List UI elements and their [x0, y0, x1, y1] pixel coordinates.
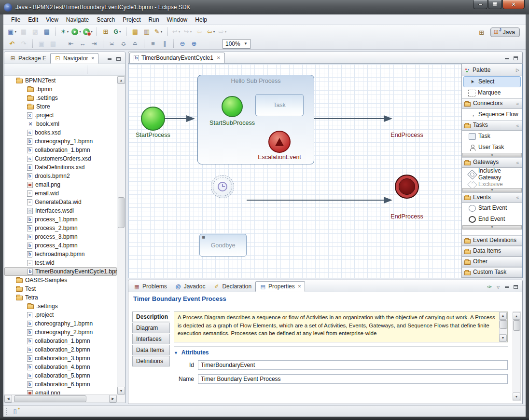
palette-entry[interactable]: Events: [462, 192, 522, 203]
toolbar-button[interactable]: [130, 39, 140, 49]
palette-entry[interactable]: Connectors: [462, 98, 522, 109]
timer-boundary-event-node[interactable]: [211, 175, 234, 198]
palette-entry[interactable]: Other: [462, 257, 522, 267]
toolbar-button[interactable]: [32, 40, 33, 48]
palette-entry[interactable]: Marquee: [463, 87, 521, 98]
toolbar-button[interactable]: [48, 39, 58, 49]
close-icon[interactable]: ✕: [91, 56, 95, 61]
view-tab[interactable]: Properties ✕: [255, 281, 305, 292]
palette-header[interactable]: Palette ▷: [462, 64, 522, 76]
toolbar-button[interactable]: [71, 27, 82, 37]
scrollbar-thumb[interactable]: [14, 395, 86, 402]
toolbar-button[interactable]: [89, 39, 99, 49]
tree-item[interactable]: GenerateData.wid: [4, 198, 117, 206]
tree-item[interactable]: CustomersOrders.xsd: [4, 154, 117, 163]
tree-item[interactable]: choreography_1.bpmn: [4, 137, 117, 146]
start-subprocess-event-node[interactable]: [222, 96, 243, 117]
editor-tab[interactable]: TimerBoundaryEventCycle1 ✕: [129, 53, 225, 63]
tree-item[interactable]: collaboration_2.bpmn: [4, 345, 117, 354]
scroll-up-icon[interactable]: ▲: [117, 76, 125, 84]
restore-view-icon[interactable]: [11, 407, 19, 415]
attribute-input[interactable]: [198, 360, 508, 370]
open-perspective-button[interactable]: [476, 27, 487, 38]
minimize-button[interactable]: [473, 0, 487, 9]
scroll-down-icon[interactable]: ▼: [117, 387, 125, 394]
toolbar-button[interactable]: [194, 27, 205, 37]
scrollbar-thumb[interactable]: [513, 320, 520, 331]
palette-entry[interactable]: End Event: [462, 214, 522, 225]
toolbar-button[interactable]: [112, 27, 123, 37]
toolbar-button[interactable]: [7, 39, 17, 49]
view-minimize-icon[interactable]: [106, 56, 113, 62]
palette-entry[interactable]: [462, 188, 522, 192]
toolbar-button[interactable]: [126, 27, 126, 36]
toolbar-button[interactable]: [159, 39, 170, 49]
end-event-node[interactable]: [395, 175, 419, 199]
tree-item[interactable]: .bpmn: [4, 85, 117, 94]
tree-item[interactable]: BPMN2Test: [4, 76, 117, 85]
menu-item[interactable]: Window: [163, 15, 192, 24]
toolbar-button[interactable]: [59, 27, 70, 37]
toolbar-button[interactable]: [177, 39, 188, 49]
tree-item[interactable]: DataDefinitions.xsd: [4, 163, 117, 172]
tree-item[interactable]: email.png: [4, 389, 117, 394]
java-perspective-button[interactable]: Java: [490, 27, 520, 37]
palette-entry[interactable]: Select: [463, 76, 521, 87]
tree-horizontal-scrollbar[interactable]: ◀ ▶: [4, 394, 125, 403]
description-scrollbar[interactable]: ▲ ▼: [499, 312, 507, 342]
tree-item[interactable]: collaboration_4.bpmn: [4, 363, 117, 371]
attributes-section-header[interactable]: ▼ Attributes: [174, 346, 508, 356]
tree-item[interactable]: choreography_1.bpmn: [4, 319, 117, 328]
toolbar-button[interactable]: [103, 40, 103, 48]
properties-side-tab[interactable]: Description: [132, 312, 170, 322]
scrollbar-thumb[interactable]: [500, 320, 507, 329]
palette-entry[interactable]: Start Event: [462, 203, 522, 214]
toolbar-button[interactable]: [130, 27, 140, 37]
toolbar-button[interactable]: [189, 39, 199, 49]
toolbar-button[interactable]: [7, 27, 17, 37]
tree-item[interactable]: process_1.bpmn: [4, 215, 117, 224]
palette-entry[interactable]: [462, 153, 522, 157]
tree-item[interactable]: .project: [4, 311, 117, 319]
toolbar-button[interactable]: [153, 27, 164, 37]
toolbar-button[interactable]: [173, 40, 174, 48]
toolbar-button[interactable]: [36, 39, 47, 49]
palette-entry[interactable]: Task: [462, 131, 522, 142]
goodbye-task-node[interactable]: ≣ Goodbye: [199, 234, 247, 257]
tree-item[interactable]: drools.bpmn2: [4, 172, 117, 180]
tree-item[interactable]: Store: [4, 102, 117, 111]
toolbar-button[interactable]: [118, 39, 129, 49]
navigator-toolbar-icon[interactable]: [87, 66, 87, 74]
view-tab[interactable]: Package E ✕: [5, 53, 50, 64]
scroll-up-icon[interactable]: ▲: [499, 312, 507, 320]
palette-entry[interactable]: Event Definitions: [462, 235, 522, 246]
toolbar-button[interactable]: [100, 27, 111, 37]
navigator-toolbar-icon[interactable]: [63, 65, 72, 75]
toolbar-button[interactable]: [148, 39, 158, 49]
palette-entry[interactable]: Custom Task: [462, 267, 522, 278]
attribute-input[interactable]: [198, 374, 508, 384]
navigator-toolbar-icon[interactable]: [102, 65, 111, 75]
maximize-button[interactable]: [488, 0, 502, 9]
palette-entry[interactable]: Sequence Flow: [462, 109, 522, 120]
menu-item[interactable]: Run: [145, 15, 163, 24]
toolbar-button[interactable]: [66, 39, 76, 49]
toolbar-button[interactable]: [77, 39, 88, 49]
toolbar-button[interactable]: [42, 27, 52, 37]
view-tab[interactable]: Declaration ✕: [209, 281, 255, 292]
toolbar-button[interactable]: [107, 39, 117, 49]
tree-item[interactable]: process_3.bpmn: [4, 232, 117, 241]
properties-side-tab[interactable]: Data Items: [132, 345, 170, 355]
toolbar-button[interactable]: [144, 40, 144, 48]
tree-item[interactable]: email.wid: [4, 189, 117, 198]
tree-item[interactable]: test.wid: [4, 258, 117, 267]
toolbar-button[interactable]: [167, 27, 167, 36]
tree-item[interactable]: process_4.bpmn: [4, 241, 117, 250]
menu-item[interactable]: Help: [191, 15, 211, 24]
palette-entry[interactable]: [462, 225, 522, 230]
menu-item[interactable]: File: [7, 15, 24, 24]
tree-item[interactable]: OASIS-Samples: [4, 276, 117, 285]
toolbar-button[interactable]: [18, 27, 29, 37]
menu-item[interactable]: Search: [93, 15, 119, 24]
tree-item[interactable]: .settings: [4, 94, 117, 102]
